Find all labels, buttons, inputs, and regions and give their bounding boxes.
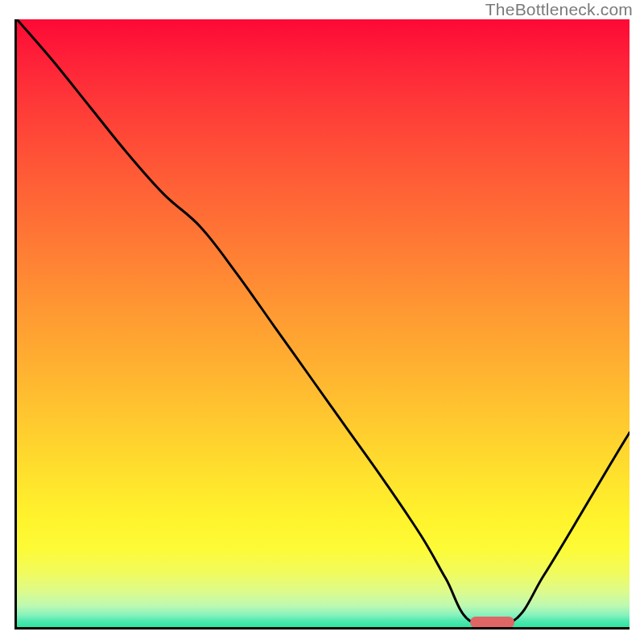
bottleneck-curve (17, 19, 630, 627)
plot-area (14, 19, 630, 630)
chart-canvas: TheBottleneck.com (0, 0, 644, 644)
optimum-marker (470, 617, 514, 628)
watermark-text: TheBottleneck.com (485, 0, 633, 19)
